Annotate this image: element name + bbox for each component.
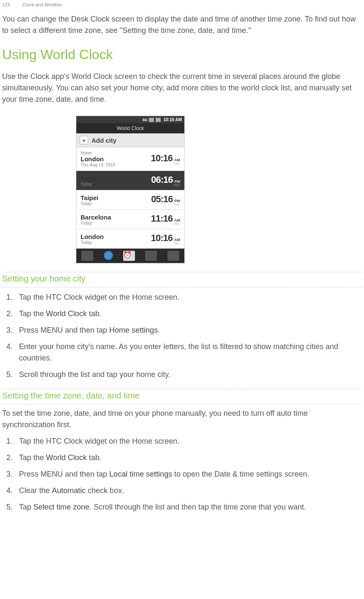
time-day: THU [173, 222, 180, 225]
city-info: BarcelonaToday [81, 214, 111, 225]
city-name: Barcelona [81, 214, 111, 221]
time-day: THU [174, 203, 181, 206]
desk-clock-tab-icon[interactable] [81, 251, 93, 261]
city-row[interactable]: TokyoToday06:16PMTHU [76, 171, 184, 190]
city-row[interactable]: HomeLondonThu, Aug 19, 201010:16AMTHU [76, 147, 184, 171]
page-header: 123 Clock and Weather [0, 0, 364, 14]
city-date: Today [81, 182, 99, 187]
city-date: Thu, Aug 19, 2010 [81, 163, 115, 167]
divider [2, 404, 362, 404]
time-ampm: PM [175, 180, 181, 184]
city-row[interactable]: BarcelonaToday11:16AMTHU [76, 210, 184, 229]
stopwatch-tab-icon[interactable] [145, 251, 157, 261]
city-date: Today [81, 201, 98, 206]
time-day: THU [173, 162, 180, 165]
city-info: HomeLondonThu, Aug 19, 2010 [81, 151, 115, 167]
world-clock-screenshot: 3G 10:16 AM World Clock + Add city HomeL… [76, 116, 185, 263]
step-1: Tap the HTC Clock widget on the Home scr… [13, 292, 362, 303]
main-description: Use the Clock app's World Clock screen t… [2, 71, 362, 105]
add-city-label: Add city [92, 137, 116, 144]
city-date: Today [81, 221, 111, 225]
intro-paragraph: You can change the Desk Clock screen to … [2, 14, 362, 36]
time-ampm: PM [175, 199, 181, 203]
step-3: Press MENU and then tap Home settings. [13, 325, 362, 336]
step-4: Enter your home city's name. As you ente… [13, 341, 362, 364]
page-number: 123 [2, 2, 10, 7]
city-time: 06:16PMTHU [151, 174, 180, 187]
plus-icon: + [80, 136, 88, 144]
city-time: 10:16AMTHU [151, 153, 180, 165]
city-time: 10:16AMTHU [151, 233, 180, 245]
timer-tab-icon[interactable] [167, 251, 179, 261]
city-row[interactable]: LondonToday10:16AMTHU [76, 229, 184, 249]
bottom-tabs: ⏰ [76, 249, 184, 263]
step-5: Scroll through the list and tap your hom… [13, 369, 362, 380]
time-ampm: AM [174, 219, 180, 222]
city-label: Home [81, 151, 115, 155]
home-city-steps: Tap the HTC Clock widget on the Home scr… [2, 292, 362, 380]
divider [2, 272, 362, 272]
signal-strength-icon [149, 118, 154, 122]
subsection-title-timezone: Setting the time zone, date, and time [2, 391, 362, 401]
step-1: Tap the HTC Clock widget on the Home scr… [13, 436, 362, 447]
world-clock-tab-icon[interactable] [104, 251, 113, 260]
screenshot-container: 3G 10:16 AM World Clock + Add city HomeL… [76, 116, 362, 263]
timezone-intro: To set the time zone, date, and time on … [2, 408, 362, 431]
add-city-button[interactable]: + Add city [76, 133, 184, 147]
city-row[interactable]: TaipeiToday05:16PMTHU [76, 190, 184, 210]
status-time: 10:16 AM [163, 117, 182, 122]
city-time: 05:16PMTHU [151, 194, 180, 206]
time-digits: 05:16 [151, 194, 173, 205]
divider [2, 389, 362, 389]
status-bar: 3G 10:16 AM [76, 116, 184, 123]
city-info: LondonToday [81, 233, 104, 245]
city-list: HomeLondonThu, Aug 19, 201010:16AMTHUTok… [76, 147, 184, 249]
time-ampm: AM [174, 158, 180, 162]
divider [2, 287, 362, 287]
time-digits: 10:16 [151, 153, 173, 164]
city-name: London [81, 155, 115, 163]
time-digits: 06:16 [151, 174, 173, 185]
step-3: Press MENU and then tap Local time setti… [13, 469, 362, 480]
section-name: Clock and Weather [22, 2, 62, 7]
city-time: 11:16AMTHU [151, 213, 180, 225]
city-date: Today [81, 240, 104, 245]
step-2: Tap the World Clock tab. [13, 452, 362, 463]
step-2: Tap the World Clock tab. [13, 308, 362, 320]
main-title: Using World Clock [2, 47, 362, 62]
time-ampm: AM [174, 238, 180, 242]
3g-icon: 3G [142, 118, 147, 122]
city-info: TaipeiToday [81, 194, 98, 206]
city-name: Taipei [81, 194, 98, 201]
time-digits: 11:16 [151, 213, 173, 224]
city-name: London [81, 233, 104, 240]
step-5: Tap Select time zone. Scroll through the… [13, 501, 362, 513]
time-digits: 10:16 [151, 233, 173, 244]
timezone-steps: Tap the HTC Clock widget on the Home scr… [2, 436, 362, 513]
city-name: Tokyo [81, 175, 99, 182]
time-day: THU [174, 184, 181, 187]
title-bar: World Clock [76, 123, 184, 133]
signal-icons: 3G [142, 118, 161, 122]
alarm-tab-icon[interactable]: ⏰ [123, 251, 135, 261]
subsection-title-home-city: Setting your home city [2, 274, 362, 284]
city-info: TokyoToday [81, 175, 99, 187]
step-4: Clear the Automatic check box. [13, 485, 362, 496]
battery-icon [156, 118, 161, 122]
time-day: THU [173, 242, 180, 245]
